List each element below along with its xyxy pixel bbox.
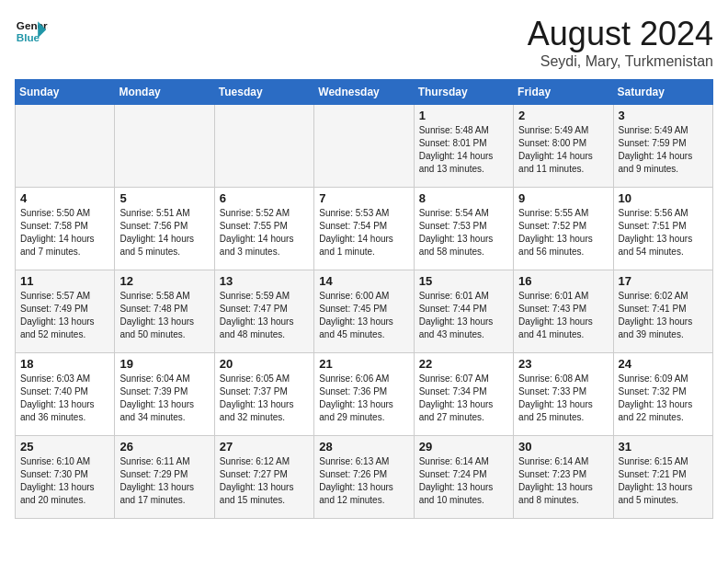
calendar-cell: 26Sunrise: 6:11 AMSunset: 7:29 PMDayligh… [115,436,214,519]
calendar-cell: 14Sunrise: 6:00 AMSunset: 7:45 PMDayligh… [314,270,414,353]
weekday-header-saturday: Saturday [613,80,712,105]
day-info: Sunrise: 6:08 AMSunset: 7:33 PMDaylight:… [518,373,608,424]
calendar-cell: 20Sunrise: 6:05 AMSunset: 7:37 PMDayligh… [214,353,313,436]
weekday-header-thursday: Thursday [414,80,513,105]
day-info: Sunrise: 6:03 AMSunset: 7:40 PMDaylight:… [20,373,109,424]
calendar-cell: 17Sunrise: 6:02 AMSunset: 7:41 PMDayligh… [613,270,712,353]
day-number: 12 [119,274,209,288]
day-number: 26 [119,440,209,454]
calendar-cell: 28Sunrise: 6:13 AMSunset: 7:26 PMDayligh… [314,436,414,519]
day-number: 28 [319,440,408,454]
calendar-cell: 30Sunrise: 6:14 AMSunset: 7:23 PMDayligh… [514,436,613,519]
day-info: Sunrise: 6:04 AMSunset: 7:39 PMDaylight:… [119,373,209,424]
calendar-cell: 1Sunrise: 5:48 AMSunset: 8:01 PMDaylight… [414,105,513,188]
day-info: Sunrise: 5:54 AMSunset: 7:53 PMDaylight:… [419,207,508,259]
calendar-cell: 21Sunrise: 6:06 AMSunset: 7:36 PMDayligh… [314,353,414,436]
calendar-week-row: 1Sunrise: 5:48 AMSunset: 8:01 PMDaylight… [16,105,713,188]
day-number: 9 [518,191,608,205]
day-info: Sunrise: 6:10 AMSunset: 7:30 PMDaylight:… [20,455,109,507]
day-info: Sunrise: 5:55 AMSunset: 7:52 PMDaylight:… [518,207,608,259]
calendar-cell: 31Sunrise: 6:15 AMSunset: 7:21 PMDayligh… [613,436,712,519]
day-number: 10 [619,191,708,205]
calendar-cell: 29Sunrise: 6:14 AMSunset: 7:24 PMDayligh… [414,436,513,519]
weekday-header-sunday: Sunday [16,80,115,105]
day-number: 29 [419,440,508,454]
calendar-cell: 15Sunrise: 6:01 AMSunset: 7:44 PMDayligh… [414,270,513,353]
day-number: 16 [518,274,608,288]
calendar-cell [16,105,115,188]
calendar-cell: 7Sunrise: 5:53 AMSunset: 7:54 PMDaylight… [314,188,414,270]
day-info: Sunrise: 5:59 AMSunset: 7:47 PMDaylight:… [220,290,309,341]
title-area: August 2024 Seydi, Mary, Turkmenistan [528,15,713,70]
calendar-cell [115,105,214,188]
day-info: Sunrise: 6:07 AMSunset: 7:34 PMDaylight:… [419,373,508,424]
day-info: Sunrise: 6:01 AMSunset: 7:44 PMDaylight:… [419,290,508,341]
day-info: Sunrise: 5:57 AMSunset: 7:49 PMDaylight:… [20,290,109,341]
calendar-cell: 10Sunrise: 5:56 AMSunset: 7:51 PMDayligh… [613,188,712,270]
day-number: 24 [619,357,708,371]
calendar-cell: 24Sunrise: 6:09 AMSunset: 7:32 PMDayligh… [613,353,712,436]
weekday-header-friday: Friday [514,80,613,105]
day-number: 30 [518,440,608,454]
day-number: 6 [220,191,309,205]
day-info: Sunrise: 5:48 AMSunset: 8:01 PMDaylight:… [419,124,508,176]
day-number: 14 [319,274,408,288]
weekday-header-row: SundayMondayTuesdayWednesdayThursdayFrid… [16,80,713,105]
day-number: 23 [518,357,608,371]
day-info: Sunrise: 6:00 AMSunset: 7:45 PMDaylight:… [319,290,408,341]
day-number: 3 [619,109,708,122]
day-info: Sunrise: 6:14 AMSunset: 7:23 PMDaylight:… [518,455,608,507]
day-info: Sunrise: 5:50 AMSunset: 7:58 PMDaylight:… [20,207,109,259]
day-info: Sunrise: 6:12 AMSunset: 7:27 PMDaylight:… [220,455,309,507]
calendar-cell: 8Sunrise: 5:54 AMSunset: 7:53 PMDaylight… [414,188,513,270]
calendar-cell: 3Sunrise: 5:49 AMSunset: 7:59 PMDaylight… [613,105,712,188]
day-info: Sunrise: 5:56 AMSunset: 7:51 PMDaylight:… [619,207,708,259]
header: General Blue August 2024 Seydi, Mary, Tu… [15,15,713,70]
day-number: 4 [20,191,109,205]
day-number: 2 [518,109,608,122]
day-number: 1 [419,109,508,122]
calendar-cell: 16Sunrise: 6:01 AMSunset: 7:43 PMDayligh… [514,270,613,353]
day-info: Sunrise: 6:02 AMSunset: 7:41 PMDaylight:… [619,290,708,341]
calendar-cell: 25Sunrise: 6:10 AMSunset: 7:30 PMDayligh… [16,436,115,519]
calendar-cell: 22Sunrise: 6:07 AMSunset: 7:34 PMDayligh… [414,353,513,436]
weekday-header-tuesday: Tuesday [214,80,313,105]
day-info: Sunrise: 5:53 AMSunset: 7:54 PMDaylight:… [319,207,408,259]
day-info: Sunrise: 6:06 AMSunset: 7:36 PMDaylight:… [319,373,408,424]
day-info: Sunrise: 5:51 AMSunset: 7:56 PMDaylight:… [119,207,209,259]
day-info: Sunrise: 6:09 AMSunset: 7:32 PMDaylight:… [619,373,708,424]
day-number: 5 [119,191,209,205]
day-info: Sunrise: 5:58 AMSunset: 7:48 PMDaylight:… [119,290,209,341]
day-number: 7 [319,191,408,205]
day-number: 25 [20,440,109,454]
day-info: Sunrise: 5:49 AMSunset: 7:59 PMDaylight:… [619,124,708,176]
calendar-cell: 13Sunrise: 5:59 AMSunset: 7:47 PMDayligh… [214,270,313,353]
day-number: 19 [119,357,209,371]
logo: General Blue [15,15,48,48]
day-info: Sunrise: 6:14 AMSunset: 7:24 PMDaylight:… [419,455,508,507]
day-number: 15 [419,274,508,288]
weekday-header-wednesday: Wednesday [314,80,414,105]
day-number: 27 [220,440,309,454]
calendar-week-row: 4Sunrise: 5:50 AMSunset: 7:58 PMDaylight… [16,188,713,270]
calendar-cell: 5Sunrise: 5:51 AMSunset: 7:56 PMDaylight… [115,188,214,270]
calendar-week-row: 25Sunrise: 6:10 AMSunset: 7:30 PMDayligh… [16,436,713,519]
calendar-cell [214,105,313,188]
weekday-header-monday: Monday [115,80,214,105]
day-number: 31 [619,440,708,454]
day-info: Sunrise: 6:01 AMSunset: 7:43 PMDaylight:… [518,290,608,341]
day-number: 18 [20,357,109,371]
day-number: 17 [619,274,708,288]
calendar-cell: 4Sunrise: 5:50 AMSunset: 7:58 PMDaylight… [16,188,115,270]
day-number: 11 [20,274,109,288]
calendar-cell: 12Sunrise: 5:58 AMSunset: 7:48 PMDayligh… [115,270,214,353]
day-number: 20 [220,357,309,371]
day-number: 22 [419,357,508,371]
day-info: Sunrise: 6:15 AMSunset: 7:21 PMDaylight:… [619,455,708,507]
calendar-cell: 11Sunrise: 5:57 AMSunset: 7:49 PMDayligh… [16,270,115,353]
calendar-cell: 6Sunrise: 5:52 AMSunset: 7:55 PMDaylight… [214,188,313,270]
calendar-cell: 18Sunrise: 6:03 AMSunset: 7:40 PMDayligh… [16,353,115,436]
day-info: Sunrise: 5:52 AMSunset: 7:55 PMDaylight:… [220,207,309,259]
calendar-cell: 27Sunrise: 6:12 AMSunset: 7:27 PMDayligh… [214,436,313,519]
calendar-cell: 19Sunrise: 6:04 AMSunset: 7:39 PMDayligh… [115,353,214,436]
